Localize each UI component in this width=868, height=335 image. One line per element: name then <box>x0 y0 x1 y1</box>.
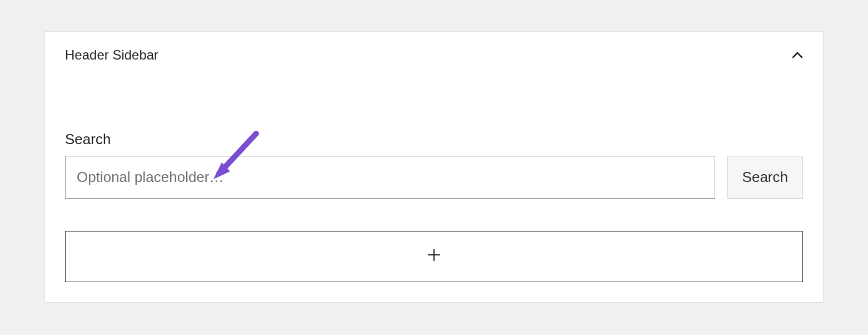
panel-header[interactable]: Header Sidebar <box>45 32 823 75</box>
plus-icon <box>427 247 441 266</box>
header-sidebar-panel: Header Sidebar Search Search <box>44 31 824 303</box>
search-row: Search <box>65 156 803 199</box>
search-widget-label: Search <box>65 131 803 148</box>
panel-body: Search Search <box>45 131 823 302</box>
chevron-up-icon[interactable] <box>792 50 803 61</box>
panel-title: Header Sidebar <box>65 47 158 63</box>
add-block-button[interactable] <box>65 231 803 282</box>
search-input[interactable] <box>65 156 715 199</box>
search-button[interactable]: Search <box>727 156 803 199</box>
